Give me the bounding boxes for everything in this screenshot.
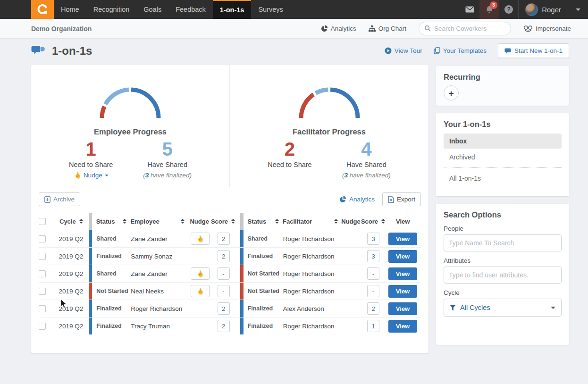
help-button[interactable]: ? [499,0,518,19]
employee-score-button[interactable]: 2 [218,250,230,262]
excel-file-icon [388,196,394,203]
sort-cycle-button[interactable] [79,219,83,224]
row-checkbox[interactable] [39,270,46,277]
employee-progress-gauge [90,81,170,121]
row-checkbox[interactable] [39,305,46,312]
sidebar-item-inbox[interactable]: Inbox [444,134,562,149]
start-new-1on1-button[interactable]: Start New 1-on-1 [498,43,569,58]
nav-item-recognition[interactable]: Recognition [86,0,137,19]
archive-button[interactable]: Archive [39,192,80,206]
facilitator-score-button[interactable]: - [367,267,379,280]
facilitator-status: Finalized [248,305,273,312]
employee-score-button[interactable]: 2 [218,233,230,245]
impersonate-button[interactable]: Impersonate [523,25,571,32]
cycle-select[interactable]: All Cycles [444,299,562,317]
employee-score-button[interactable]: 2 [218,302,230,315]
employee-name: Sammy Sonaz [131,253,172,260]
view-button[interactable]: View [388,302,417,315]
your-1on1s-card: Your 1-on-1s Inbox Archived All 1-on-1s [436,113,569,196]
facilitator-status: Finalized [248,253,273,259]
sort-score-button[interactable] [231,219,235,224]
attributes-search-input[interactable] [444,267,562,284]
attributes-label: Attributes [444,257,562,264]
view-button[interactable]: View [388,285,417,298]
col-employee: Employee [130,218,159,225]
search-options-title: Search Options [444,210,562,219]
employee-status: Finalized [96,305,121,312]
nudge-dropdown-button[interactable]: ☝ Nudge [74,172,109,179]
org-chart-link[interactable]: Org Chart [369,25,406,32]
view-button[interactable]: View [388,250,417,263]
facilitator-score-button[interactable]: 2 [367,302,379,315]
view-button[interactable]: View [388,320,417,333]
employee-score-button[interactable]: - [218,285,230,297]
nudge-button[interactable]: ☝ [191,285,210,297]
coworker-search[interactable] [419,22,511,35]
nav-item-surveys[interactable]: Surveys [251,0,290,19]
sidebar-item-all-1on1s[interactable]: All 1-on-1s [444,171,562,186]
table-body: 2019 Q2 Shared Zane Zander ☝ 2 Shared Ro… [39,230,421,334]
view-tour-label: View Tour [395,47,422,54]
export-button[interactable]: Export [382,192,421,206]
table-row: 2019 Q2 Shared Zane Zander ☝ - Not Start… [39,265,421,282]
row-checkbox[interactable] [39,323,46,330]
col-score-employee: Score [211,218,228,225]
user-menu[interactable]: Roger [519,0,568,19]
employee-score-button[interactable]: - [218,267,230,280]
view-tour-link[interactable]: View Tour [385,47,422,54]
sort-employee-button[interactable] [181,219,185,224]
facilitator-finalized-note: (3 have finalized) [342,172,391,179]
row-checkbox[interactable] [39,235,46,242]
brand-logo[interactable] [31,0,54,19]
facilitator-shared-label: Have Shared [342,161,391,168]
top-nav-right: 3 ? Roger [460,0,588,19]
nudge-button[interactable]: ☝ [191,233,210,245]
your-templates-link[interactable]: Your Templates [434,47,487,54]
col-nudge-facilitator: Nudge [341,218,360,225]
nav-item-1on1s[interactable]: 1-on-1s [213,0,252,19]
page-title: 1-on-1s [52,44,92,58]
nav-item-home[interactable]: Home [54,0,86,19]
facilitator-score-button[interactable]: - [367,285,379,297]
user-dropdown-button[interactable] [568,0,588,19]
facilitator-score-button[interactable]: 1 [367,320,379,332]
table-header-row: Cycle Status Employee Nudge Score Status… [39,213,421,230]
row-checkbox[interactable] [39,288,46,295]
pie-chart-icon [339,196,346,203]
col-score-facilitator: Score [361,218,378,225]
progress-gauges: Employee Progress 1 Need to Share ☝ Nudg… [31,65,428,187]
table-analytics-link[interactable]: Analytics [339,196,375,203]
messages-button[interactable] [460,0,479,19]
row-checkbox[interactable] [39,253,46,260]
facilitator-status: Not Started [248,270,279,277]
cycle-value: 2019 Q2 [59,253,83,260]
search-icon [425,25,431,32]
sidebar-item-archived[interactable]: Archived [444,150,562,165]
sort-facilitator-button[interactable] [334,219,338,224]
facilitator-score-button[interactable]: 3 [367,250,379,262]
people-search-input[interactable] [444,234,562,251]
employee-need-label: Need to Share [69,161,113,168]
notifications-button[interactable]: 3 [479,0,499,19]
select-all-checkbox[interactable] [39,218,46,225]
org-name: Demo Organization [31,25,92,33]
sort-status2-button[interactable] [275,219,279,224]
cycle-value: 2019 Q2 [59,288,83,295]
coworker-search-input[interactable] [434,25,500,32]
view-button[interactable]: View [388,267,417,280]
sort-status-button[interactable] [123,219,126,224]
nav-item-feedback[interactable]: Feedback [168,0,213,19]
analytics-link[interactable]: Analytics [321,25,356,32]
nav-item-goals[interactable]: Goals [136,0,168,19]
cycle-value: 2019 Q2 [59,323,83,330]
divider [444,167,562,168]
nudge-button[interactable]: ☝ [191,267,210,280]
add-recurring-button[interactable]: + [444,85,459,100]
view-button[interactable]: View [388,233,417,245]
facilitator-name: Roger Richardson [283,323,335,330]
employee-progress-title: Employee Progress [31,127,229,136]
facilitator-score-button[interactable]: 3 [367,233,379,245]
impersonate-icon [523,25,533,32]
org-bar: Demo Organization Analytics Org Chart [0,19,588,39]
employee-score-button[interactable]: 2 [218,320,230,332]
